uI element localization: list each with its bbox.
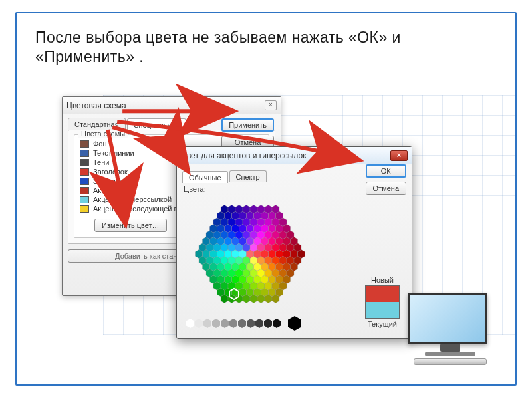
tab-custom[interactable]: Специальная bbox=[127, 118, 186, 130]
dialog-title: Цветовая схема bbox=[66, 101, 126, 110]
tab-standard[interactable]: Стандартная bbox=[68, 118, 126, 130]
instruction-text: После выбора цвета не забываем нажать «О… bbox=[35, 28, 497, 66]
dialog-titlebar[interactable]: Цветовая схема × bbox=[63, 97, 281, 114]
current-label: Текущий bbox=[361, 320, 404, 328]
color-swatch bbox=[80, 159, 89, 166]
color-swatch bbox=[80, 205, 89, 213]
color-picker-dialog: Цвет для акцентов и гиперссылок × Обычны… bbox=[176, 146, 412, 339]
dialog-titlebar[interactable]: Цвет для акцентов и гиперссылок × bbox=[177, 147, 412, 164]
monitor-clipart bbox=[408, 293, 493, 367]
change-color-button[interactable]: Изменить цвет… bbox=[94, 219, 167, 232]
dialog-title: Цвет для акцентов и гиперссылок bbox=[181, 151, 306, 160]
close-icon[interactable]: × bbox=[390, 150, 408, 161]
scheme-color-label: Заголовок bbox=[93, 168, 128, 176]
tab-normal[interactable]: Обычные bbox=[182, 171, 228, 183]
color-swatch bbox=[80, 168, 89, 176]
scheme-color-label: Акцент с гиперссылкой bbox=[93, 196, 172, 203]
scheme-color-label: Тени bbox=[93, 158, 109, 166]
cancel-button[interactable]: Отмена bbox=[366, 182, 406, 195]
scheme-color-label: Фон bbox=[93, 140, 107, 148]
current-color-swatch bbox=[366, 302, 399, 318]
scheme-color-label: Текст/линии bbox=[93, 149, 134, 157]
color-swatch bbox=[80, 178, 89, 185]
color-swatch bbox=[80, 196, 89, 203]
scheme-color-label: Акцент bbox=[93, 186, 117, 194]
color-swatch bbox=[80, 140, 89, 148]
color-swatch bbox=[80, 187, 89, 194]
apply-button[interactable]: Применить bbox=[221, 118, 274, 132]
ok-button[interactable]: ОК bbox=[366, 164, 406, 178]
slide-frame: После выбора цвета не забываем нажать «О… bbox=[15, 12, 517, 386]
close-icon[interactable]: × bbox=[265, 100, 277, 110]
scheme-color-label: Заливка bbox=[93, 177, 121, 185]
new-color-swatch bbox=[366, 286, 399, 302]
color-swatch bbox=[80, 150, 89, 157]
tab-spectrum[interactable]: Спектр bbox=[229, 170, 267, 182]
new-label: Новый bbox=[361, 276, 404, 284]
color-preview: Новый Текущий bbox=[361, 275, 404, 329]
group-title: Цвета схемы bbox=[78, 130, 128, 138]
hexagon-color-picker[interactable] bbox=[184, 196, 317, 312]
